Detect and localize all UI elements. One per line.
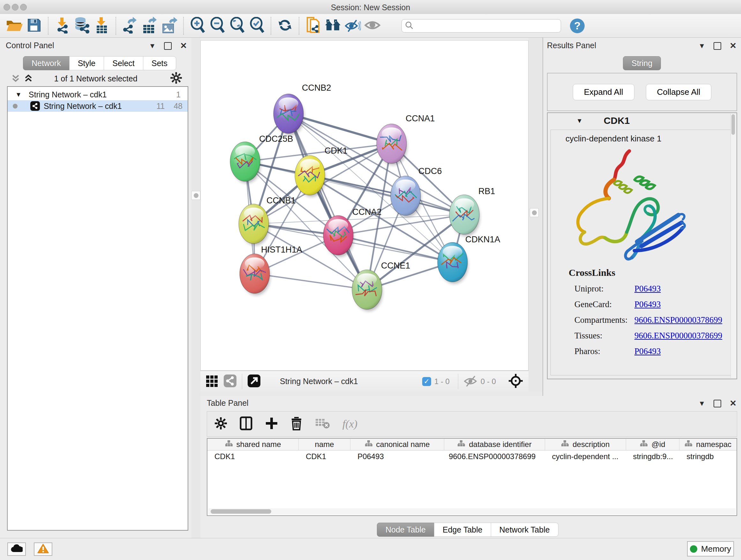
- column-header[interactable]: shared name: [207, 439, 299, 450]
- memory-button[interactable]: Memory: [687, 541, 734, 557]
- cloud-button[interactable]: [7, 543, 26, 556]
- expand-all-button[interactable]: Expand All: [573, 84, 634, 100]
- import-table-button[interactable]: [92, 16, 112, 36]
- network-edge-RB1-CCNA2[interactable]: [338, 214, 464, 235]
- column-header[interactable]: name: [299, 439, 350, 450]
- tab-string[interactable]: String: [623, 56, 661, 70]
- cell-name[interactable]: CDK1: [299, 452, 350, 461]
- duplicate-network-button[interactable]: [303, 16, 323, 36]
- zoom-fit-button[interactable]: [227, 16, 247, 36]
- expand-all-icon[interactable]: [23, 73, 33, 84]
- import-network-from-database-button[interactable]: [72, 16, 92, 36]
- tab-node-table[interactable]: Node Table: [377, 523, 434, 537]
- apply-layout-button[interactable]: [275, 16, 295, 36]
- tab-sets[interactable]: Sets: [143, 56, 176, 70]
- cell-id[interactable]: stringdb:9...: [626, 452, 679, 461]
- crosslink-compartments-link[interactable]: 9606.ENSP00000378699: [634, 315, 722, 325]
- panel-menu-icon[interactable]: ▼: [149, 42, 156, 50]
- network-badge-icon[interactable]: [223, 374, 237, 389]
- column-header[interactable]: database identifier: [444, 439, 545, 450]
- hide-unhide-button[interactable]: [343, 16, 362, 36]
- crosslink-genecard-link[interactable]: P06493: [634, 300, 661, 309]
- tab-network[interactable]: Network: [23, 56, 70, 70]
- warning-button[interactable]: [34, 543, 52, 556]
- network-node-HIST1H1A[interactable]: HIST1H1A: [240, 245, 302, 295]
- network-node-CDC25B[interactable]: CDC25B: [230, 134, 293, 183]
- cell-shared-name[interactable]: CDK1: [207, 452, 299, 461]
- network-canvas[interactable]: CCNB2CCNA1CDC25BCDK1CDC6RB1CCNB1CCNA2CDK…: [200, 40, 529, 371]
- splitter-handle-icon[interactable]: [194, 193, 199, 198]
- network-node-CDC6[interactable]: CDC6: [391, 166, 442, 217]
- network-collection-row[interactable]: ▼ String Network – cdk1 1: [8, 89, 188, 100]
- network-node-CCNB1[interactable]: CCNB1: [239, 196, 296, 246]
- birds-eye-icon[interactable]: [508, 373, 523, 390]
- column-header[interactable]: description: [545, 439, 626, 450]
- delete-column-icon[interactable]: [291, 416, 302, 432]
- collapse-entry-icon[interactable]: ▼: [576, 117, 583, 125]
- tab-edge-table[interactable]: Edge Table: [434, 523, 491, 537]
- close-panel-icon[interactable]: ✕: [730, 41, 737, 51]
- table-options-gear-icon[interactable]: [215, 417, 227, 431]
- function-builder-button[interactable]: f(x): [342, 418, 357, 430]
- column-header[interactable]: @id: [626, 439, 680, 450]
- tab-select[interactable]: Select: [104, 56, 143, 70]
- table-row[interactable]: CDK1 CDK1 P06493 9606.ENSP00000378699 cy…: [207, 450, 737, 462]
- float-panel-icon[interactable]: [714, 42, 721, 50]
- import-network-button[interactable]: [52, 16, 72, 36]
- network-node-RB1[interactable]: RB1: [449, 186, 495, 236]
- zoom-selected-button[interactable]: [247, 16, 267, 36]
- network-edge-HIST1H1A-CCNE1[interactable]: [255, 273, 367, 290]
- scrollbar-thumb[interactable]: [211, 509, 271, 514]
- tab-network-table[interactable]: Network Table: [491, 523, 558, 537]
- network-overview-button[interactable]: [323, 16, 343, 36]
- zoom-out-button[interactable]: [207, 16, 227, 36]
- panel-menu-icon[interactable]: ▼: [698, 42, 705, 50]
- cell-database-identifier[interactable]: 9606.ENSP00000378699: [444, 452, 545, 461]
- left-splitter[interactable]: [192, 38, 200, 538]
- column-header[interactable]: canonical name: [350, 439, 444, 450]
- export-network-button[interactable]: [120, 16, 140, 36]
- show-graphics-button[interactable]: [362, 16, 382, 36]
- collapse-all-icon[interactable]: [11, 73, 20, 84]
- close-panel-icon[interactable]: ✕: [730, 398, 737, 408]
- delete-table-icon[interactable]: [315, 418, 330, 430]
- save-session-button[interactable]: [24, 16, 44, 36]
- network-edge-CCNB2-CCNE1[interactable]: [288, 114, 367, 290]
- tree-expand-icon[interactable]: ▼: [15, 91, 22, 98]
- network-node-CCNA2[interactable]: CCNA2: [323, 207, 382, 257]
- gene-entry-header[interactable]: ▼ CDK1: [548, 113, 737, 128]
- float-panel-icon[interactable]: [714, 400, 721, 408]
- open-in-window-icon[interactable]: [247, 374, 261, 389]
- scrollbar-thumb[interactable]: [731, 114, 735, 135]
- add-column-icon[interactable]: [265, 417, 278, 431]
- network-edge-CCNA2-CDKN1A[interactable]: [338, 235, 453, 262]
- table-horizontal-scrollbar[interactable]: [208, 508, 736, 515]
- grid-view-icon[interactable]: [205, 374, 219, 389]
- zoom-in-button[interactable]: [188, 16, 207, 36]
- crosslink-pharos-link[interactable]: P06493: [634, 347, 661, 356]
- network-row-selected[interactable]: String Network – cdk1 11 48: [8, 100, 188, 112]
- tab-style[interactable]: Style: [69, 56, 105, 70]
- cell-canonical-name[interactable]: P06493: [350, 452, 444, 461]
- open-session-button[interactable]: [4, 16, 24, 36]
- column-header[interactable]: namespac: [679, 439, 737, 450]
- search-box[interactable]: [401, 19, 561, 33]
- cell-description[interactable]: cyclin-dependent ...: [545, 452, 626, 461]
- crosslink-tissues-link[interactable]: 9606.ENSP00000378699: [634, 331, 722, 341]
- float-panel-icon[interactable]: [164, 42, 172, 50]
- network-node-CCNE1[interactable]: CCNE1: [352, 261, 410, 311]
- show-columns-icon[interactable]: [240, 416, 253, 432]
- export-table-button[interactable]: [140, 16, 159, 36]
- crosslink-uniprot-link[interactable]: P06493: [634, 284, 661, 294]
- network-node-CCNB2[interactable]: CCNB2: [273, 83, 331, 135]
- help-button[interactable]: ?: [570, 18, 585, 33]
- network-edge-CDK1-RB1[interactable]: [310, 175, 464, 214]
- options-gear-icon[interactable]: [171, 72, 182, 85]
- collapse-all-button[interactable]: Collapse All: [646, 84, 712, 100]
- export-image-button[interactable]: [159, 16, 179, 36]
- results-scrollbar[interactable]: [731, 114, 736, 378]
- splitter-handle-icon[interactable]: [532, 210, 537, 215]
- close-panel-icon[interactable]: ✕: [180, 41, 187, 51]
- search-input[interactable]: [416, 21, 557, 30]
- network-node-CDKN1A[interactable]: CDKN1A: [437, 235, 500, 284]
